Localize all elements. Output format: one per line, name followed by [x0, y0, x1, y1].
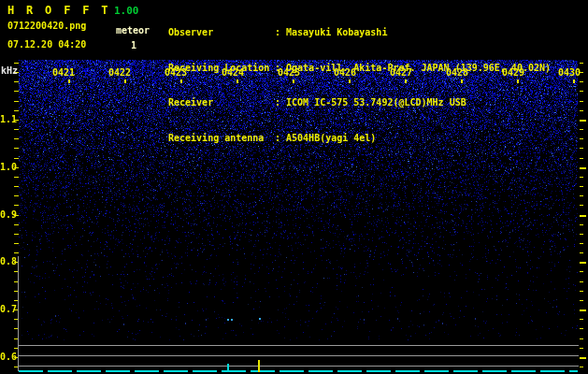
- x-tick-label: 0425: [278, 67, 300, 78]
- y-tick-label: 0.7: [0, 305, 13, 314]
- app-title: H R O F F T: [7, 4, 110, 17]
- hrofft-output-image: H R O F F T 1.00 0712200420.png meteor 0…: [0, 0, 588, 374]
- x-tick-label: 0430: [558, 67, 581, 78]
- info-label: Receiving antenna: [168, 133, 275, 145]
- info-label: Observer: [168, 27, 275, 39]
- station-info-block: Observer : Masayuki Kobayashi Receiving …: [168, 4, 551, 167]
- x-tick-label: 0423: [165, 67, 187, 78]
- y-tick-label: 0.9: [0, 210, 13, 220]
- info-row-receiver: Receiver : ICOM IC-575 53.7492(@LCD)MHz …: [168, 97, 551, 109]
- output-filename: 0712200420.png: [7, 21, 86, 31]
- y-tick-label: 0.6: [0, 352, 13, 362]
- mode-label: meteor: [116, 25, 150, 36]
- x-tick-label: 0428: [446, 67, 468, 78]
- info-row-antenna: Receiving antenna : A504HB(yagi 4el): [168, 133, 551, 145]
- meteor-count: 1: [131, 40, 136, 50]
- x-tick-label: 0421: [52, 67, 75, 78]
- y-axis-unit-label: kHz: [1, 65, 18, 76]
- info-row-observer: Observer : Masayuki Kobayashi: [168, 27, 551, 39]
- info-value: : Masayuki Kobayashi: [275, 27, 387, 39]
- observation-datetime: 07.12.20 04:20: [7, 39, 86, 50]
- info-value: : A504HB(yagi 4el): [275, 133, 376, 145]
- x-tick-label: 0422: [108, 67, 131, 78]
- x-tick-label: 0429: [502, 67, 524, 78]
- info-value: : ICOM IC-575 53.7492(@LCD)MHz USB: [275, 97, 466, 109]
- x-tick-label: 0424: [222, 67, 244, 78]
- info-label: Receiver: [168, 97, 275, 109]
- y-tick-label: 1.1: [0, 115, 13, 124]
- y-tick-label: 0.8: [0, 257, 13, 266]
- y-tick-label: 1.0: [0, 163, 13, 172]
- x-tick-label: 0426: [334, 67, 356, 78]
- app-version: 1.00: [114, 5, 139, 17]
- x-tick-label: 0427: [390, 67, 412, 78]
